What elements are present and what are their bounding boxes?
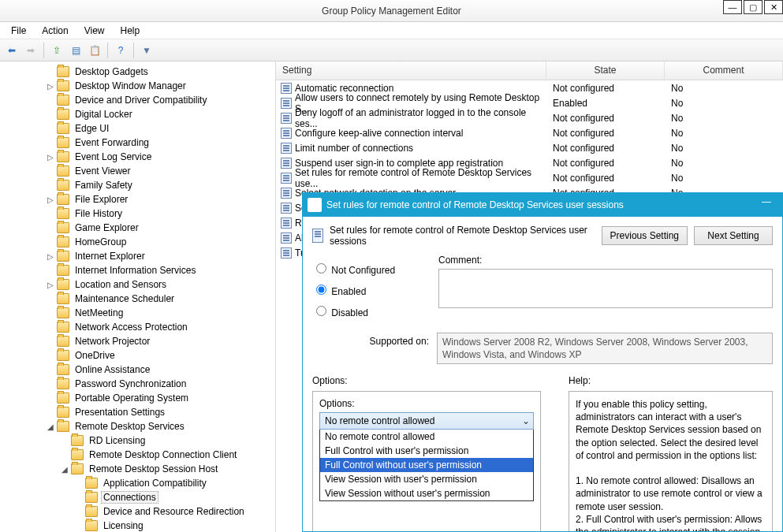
tree-item[interactable]: Connections <box>3 490 275 504</box>
help-panel: If you enable this policy setting, admin… <box>569 391 773 531</box>
tree-item[interactable]: ▷Desktop Window Manager <box>3 79 275 93</box>
expand-icon[interactable]: ▷ <box>46 195 55 204</box>
col-setting[interactable]: Setting <box>276 61 546 80</box>
policy-icon <box>281 113 292 124</box>
next-setting-button[interactable]: Next Setting <box>694 226 773 245</box>
tree-item[interactable]: Digital Locker <box>3 107 275 121</box>
dialog-minimize-button[interactable]: — <box>755 193 777 210</box>
maximize-button[interactable]: ▢ <box>744 0 762 14</box>
folder-icon <box>57 265 69 276</box>
help-button[interactable]: ? <box>112 42 129 59</box>
previous-setting-button[interactable]: Previous Setting <box>602 226 688 245</box>
tree-item[interactable]: Online Assistance <box>3 363 275 377</box>
tree-item[interactable]: Application Compatibility <box>3 476 275 490</box>
settings-row[interactable]: Set rules for remote control of Remote D… <box>276 170 783 185</box>
tree-item[interactable]: Remote Desktop Connection Client <box>3 448 275 462</box>
back-button[interactable]: ⬅ <box>3 42 21 59</box>
menu-file[interactable]: File <box>3 24 34 38</box>
export-list-button[interactable]: 📋 <box>86 42 103 59</box>
options-panel: Options: No remote control allowed ⌄ No … <box>312 391 541 531</box>
tree-item[interactable]: NetMeeting <box>3 306 275 320</box>
expand-icon[interactable]: ▷ <box>46 281 55 289</box>
tree-item[interactable]: Internet Information Services <box>3 263 275 277</box>
tree-item[interactable]: Event Forwarding <box>3 136 275 150</box>
comment-label: Comment: <box>438 255 773 266</box>
tree-item[interactable]: Event Viewer <box>3 164 275 178</box>
tree-item[interactable]: Device and Resource Redirection <box>3 504 275 519</box>
folder-icon <box>57 80 69 91</box>
combo-selected-value: No remote control allowed <box>325 415 434 426</box>
options-combo-list[interactable]: No remote control allowedFull Control wi… <box>319 430 534 501</box>
tree-item[interactable]: Licensing <box>3 519 275 532</box>
forward-button[interactable]: ➡ <box>22 42 39 59</box>
tree-item[interactable]: Network Access Protection <box>3 320 275 334</box>
col-comment[interactable]: Comment <box>665 61 783 80</box>
filter-button[interactable]: ▼ <box>138 42 155 59</box>
combo-option[interactable]: No remote control allowed <box>320 430 533 444</box>
combo-option[interactable]: View Session with user's permission <box>320 472 533 486</box>
radio-enabled[interactable]: Enabled <box>312 282 431 297</box>
tree-item-label: Desktop Gadgets <box>73 65 151 78</box>
comment-textbox[interactable] <box>438 269 773 308</box>
expand-icon[interactable]: ▷ <box>46 252 55 261</box>
dialog-titlebar[interactable]: Set rules for remote control of Remote D… <box>303 193 782 217</box>
tree-item-label: Network Projector <box>73 335 152 348</box>
tree-item[interactable]: Portable Operating System <box>3 391 275 405</box>
settings-row[interactable]: Limit number of connectionsNot configure… <box>276 140 783 155</box>
tree-item[interactable]: ▷Event Log Service <box>3 150 275 164</box>
tree-item[interactable]: HomeGroup <box>3 235 275 249</box>
tree-item[interactable]: ▷Internet Explorer <box>3 249 275 263</box>
tree-item[interactable]: ◢Remote Desktop Services <box>3 419 275 433</box>
menu-view[interactable]: View <box>76 24 113 38</box>
expand-icon[interactable]: ▷ <box>46 82 55 91</box>
tree-item[interactable]: Device and Driver Compatibility <box>3 93 275 107</box>
expand-icon[interactable]: ▷ <box>46 153 55 162</box>
radio-disabled[interactable]: Disabled <box>312 303 431 318</box>
setting-name: Limit number of connections <box>295 143 413 154</box>
setting-comment: No <box>665 158 783 169</box>
tree-item[interactable]: RD Licensing <box>3 433 275 448</box>
tree-item-label: Event Log Service <box>73 151 154 163</box>
tree-item[interactable]: Desktop Gadgets <box>3 65 275 79</box>
col-state[interactable]: State <box>546 61 665 80</box>
tree-item[interactable]: Network Projector <box>3 334 275 348</box>
tree-item[interactable]: Presentation Settings <box>3 405 275 419</box>
setting-comment: No <box>665 83 783 94</box>
close-button[interactable]: ✕ <box>764 0 783 14</box>
menu-help[interactable]: Help <box>113 24 148 38</box>
tree-item[interactable]: Family Safety <box>3 178 275 192</box>
policy-icon <box>281 83 292 94</box>
collapse-icon[interactable]: ◢ <box>60 465 69 474</box>
policy-icon <box>281 98 292 109</box>
folder-icon <box>57 279 69 290</box>
toolbar: ⬅ ➡ ⇧ ▤ 📋 ? ▼ <box>0 39 783 61</box>
tree-item[interactable]: Password Synchronization <box>3 377 275 391</box>
tree-item[interactable]: Maintenance Scheduler <box>3 292 275 306</box>
tree-item[interactable]: ▷File Explorer <box>3 192 275 206</box>
tree-item-label: Device and Resource Redirection <box>101 505 247 518</box>
help-text: 1. No remote control allowed: Disallows … <box>576 474 766 513</box>
show-hide-tree-button[interactable]: ▤ <box>67 42 84 59</box>
combo-option[interactable]: View Session without user's permission <box>320 486 533 500</box>
tree-item[interactable]: ◢Remote Desktop Session Host <box>3 462 275 476</box>
combo-option[interactable]: Full Control without user's permission <box>320 458 533 472</box>
setting-state: Not configured <box>546 128 665 139</box>
up-button[interactable]: ⇧ <box>48 42 65 59</box>
tree-item[interactable]: ▷Location and Sensors <box>3 277 275 292</box>
combo-option[interactable]: Full Control with user's permission <box>320 444 533 458</box>
radio-not-configured[interactable]: Not Configured <box>312 261 431 276</box>
tree-item[interactable]: Game Explorer <box>3 221 275 235</box>
tree-item[interactable]: Edge UI <box>3 121 275 136</box>
settings-row[interactable]: Configure keep-alive connection interval… <box>276 125 783 140</box>
minimize-button[interactable]: — <box>723 0 742 14</box>
tree-item[interactable]: File History <box>3 206 275 221</box>
tree-item-label: Network Access Protection <box>73 321 190 333</box>
options-combo[interactable]: No remote control allowed ⌄ <box>319 412 534 430</box>
policy-icon <box>281 218 292 229</box>
menu-action[interactable]: Action <box>34 24 76 38</box>
tree-panel[interactable]: Desktop Gadgets▷Desktop Window ManagerDe… <box>0 61 276 532</box>
settings-row[interactable]: Deny logoff of an administrator logged i… <box>276 110 783 125</box>
tree-item[interactable]: OneDrive <box>3 348 275 363</box>
setting-comment: No <box>665 98 783 109</box>
collapse-icon[interactable]: ◢ <box>46 422 55 431</box>
